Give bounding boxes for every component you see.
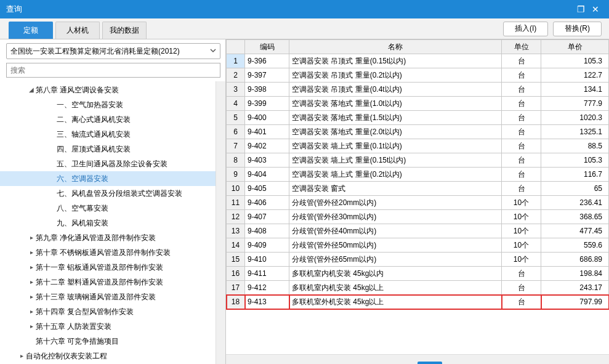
cell-unit[interactable]: 10个 bbox=[502, 196, 541, 210]
cell-price[interactable]: 105.3 bbox=[541, 54, 609, 68]
cell-price[interactable]: 243.17 bbox=[541, 281, 609, 295]
cell-code[interactable]: 9-405 bbox=[245, 182, 289, 196]
table-row[interactable]: 29-397空调器安装 吊顶式 重量(0.2t以内)台122.7 bbox=[227, 68, 609, 83]
cell-unit[interactable]: 台 bbox=[502, 281, 541, 295]
cell-unit[interactable]: 台 bbox=[502, 267, 541, 281]
row-header[interactable]: 4 bbox=[227, 97, 245, 111]
tree-collapsed-icon[interactable]: ▸ bbox=[17, 349, 26, 363]
cell-name[interactable]: 空调器安装 吊顶式 重量(0.15t以内) bbox=[289, 54, 502, 68]
table-row[interactable]: 59-400空调器安装 落地式 重量(1.5t以内)台1020.3 bbox=[227, 111, 609, 125]
cell-name[interactable]: 多联机室内机安装 45kg以上 bbox=[289, 281, 502, 295]
cell-name[interactable]: 多联机室内机安装 45kg以内 bbox=[289, 267, 502, 281]
table-row[interactable]: 159-410分歧管(管外径65mm以内)10个686.89 bbox=[227, 253, 609, 267]
cell-code[interactable]: 9-396 bbox=[245, 54, 289, 68]
cell-price[interactable]: 368.65 bbox=[541, 210, 609, 224]
cell-price[interactable]: 559.6 bbox=[541, 238, 609, 253]
tree-scrollbar[interactable] bbox=[216, 81, 225, 364]
splitter-handle[interactable] bbox=[417, 362, 442, 364]
tree-collapsed-icon[interactable]: ▸ bbox=[27, 319, 36, 334]
insert-button[interactable]: 插入(I) bbox=[503, 22, 548, 36]
row-header[interactable]: 2 bbox=[227, 68, 245, 83]
cell-unit[interactable]: 台 bbox=[502, 182, 541, 196]
cell-price[interactable]: 134.1 bbox=[541, 83, 609, 97]
table-row[interactable]: 69-401空调器安装 落地式 重量(2.0t以内)台1325.1 bbox=[227, 125, 609, 139]
tree-collapsed-icon[interactable]: ▸ bbox=[27, 260, 36, 275]
horizontal-scrollbar[interactable] bbox=[226, 354, 609, 364]
cell-name[interactable]: 多联机室外机安装 45kg以上 bbox=[289, 295, 502, 309]
row-header[interactable]: 16 bbox=[227, 267, 245, 281]
tree-node[interactable]: ▸自动化控制仪表安装工程 bbox=[0, 349, 225, 363]
table-row[interactable]: 19-396空调器安装 吊顶式 重量(0.15t以内)台105.3 bbox=[227, 54, 609, 68]
tab-2[interactable]: 我的数据 bbox=[102, 22, 147, 39]
tree-view[interactable]: ◢第八章 通风空调设备安装一、空气加热器安装二、离心式通风机安装三、轴流式通风机… bbox=[0, 81, 225, 364]
tree-node[interactable]: 五、卫生间通风器及除尘设备安装 bbox=[0, 156, 225, 171]
cell-unit[interactable]: 台 bbox=[502, 139, 541, 153]
col-unit[interactable]: 单位 bbox=[502, 40, 541, 54]
row-header[interactable]: 18 bbox=[227, 295, 245, 309]
table-row[interactable]: 149-409分歧管(管外径50mm以内)10个559.6 bbox=[227, 238, 609, 253]
cell-code[interactable]: 9-406 bbox=[245, 196, 289, 210]
cell-name[interactable]: 分歧管(管外径50mm以内) bbox=[289, 238, 502, 253]
cell-price[interactable]: 477.45 bbox=[541, 224, 609, 238]
table-row[interactable]: 119-406分歧管(管外径20mm以内)10个236.41 bbox=[227, 196, 609, 210]
quota-dropdown[interactable]: 全国统一安装工程预算定额河北省消耗量定额(2012) bbox=[6, 43, 220, 59]
cell-code[interactable]: 9-399 bbox=[245, 97, 289, 111]
table-row[interactable]: 49-399空调器安装 落地式 重量(1.0t以内)台777.9 bbox=[227, 97, 609, 111]
tree-node[interactable]: ▸第十四章 复合型风管制作安装 bbox=[0, 304, 225, 319]
maximize-button[interactable]: ❐ bbox=[573, 2, 588, 17]
cell-price[interactable]: 88.5 bbox=[541, 139, 609, 153]
tree-node[interactable]: ▸第九章 净化通风管道及部件制作安装 bbox=[0, 230, 225, 245]
col-code[interactable]: 编码 bbox=[245, 40, 289, 54]
cell-unit[interactable]: 台 bbox=[502, 168, 541, 182]
row-header[interactable]: 6 bbox=[227, 125, 245, 139]
tree-node[interactable]: 八、空气幕安装 bbox=[0, 201, 225, 216]
cell-name[interactable]: 空调器安装 墙上式 重量(0.15t以内) bbox=[289, 153, 502, 168]
tab-0[interactable]: 定额 bbox=[9, 22, 53, 39]
cell-unit[interactable]: 台 bbox=[502, 68, 541, 83]
row-header[interactable]: 11 bbox=[227, 196, 245, 210]
table-row[interactable]: 169-411多联机室内机安装 45kg以内台198.84 bbox=[227, 267, 609, 281]
tree-node[interactable]: ▸第十五章 人防装置安装 bbox=[0, 319, 225, 334]
row-header[interactable]: 1 bbox=[227, 54, 245, 68]
cell-price[interactable]: 686.89 bbox=[541, 253, 609, 267]
tree-collapsed-icon[interactable]: ▸ bbox=[27, 230, 36, 245]
cell-name[interactable]: 空调器安装 落地式 重量(2.0t以内) bbox=[289, 125, 502, 139]
cell-unit[interactable]: 台 bbox=[502, 111, 541, 125]
cell-code[interactable]: 9-410 bbox=[245, 253, 289, 267]
cell-name[interactable]: 空调器安装 落地式 重量(1.0t以内) bbox=[289, 97, 502, 111]
tree-collapsed-icon[interactable]: ▸ bbox=[27, 289, 36, 304]
cell-unit[interactable]: 台 bbox=[502, 125, 541, 139]
tree-node[interactable]: ▸第十二章 塑料通风管道及部件制作安装 bbox=[0, 275, 225, 289]
cell-price[interactable]: 1325.1 bbox=[541, 125, 609, 139]
table-row[interactable]: 139-408分歧管(管外径40mm以内)10个477.45 bbox=[227, 224, 609, 238]
cell-price[interactable]: 236.41 bbox=[541, 196, 609, 210]
close-button[interactable]: ✕ bbox=[588, 2, 603, 17]
cell-price[interactable]: 116.7 bbox=[541, 168, 609, 182]
tree-node[interactable]: 第十六章 可竞争措施项目 bbox=[0, 334, 225, 349]
row-header[interactable]: 7 bbox=[227, 139, 245, 153]
cell-code[interactable]: 9-411 bbox=[245, 267, 289, 281]
cell-name[interactable]: 分歧管(管外径40mm以内) bbox=[289, 224, 502, 238]
tree-node[interactable]: ▸第十一章 铝板通风管道及部件制作安装 bbox=[0, 260, 225, 275]
row-header[interactable]: 15 bbox=[227, 253, 245, 267]
cell-code[interactable]: 9-412 bbox=[245, 281, 289, 295]
tree-node[interactable]: ◢第八章 通风空调设备安装 bbox=[0, 83, 225, 97]
cell-price[interactable]: 797.99 bbox=[541, 295, 609, 309]
cell-unit[interactable]: 10个 bbox=[502, 253, 541, 267]
col-name[interactable]: 名称 bbox=[289, 40, 502, 54]
tree-node[interactable]: 七、风机盘管及分段组装式空调器安装 bbox=[0, 186, 225, 201]
cell-name[interactable]: 空调器安装 落地式 重量(1.5t以内) bbox=[289, 111, 502, 125]
cell-name[interactable]: 空调器安装 吊顶式 重量(0.2t以内) bbox=[289, 68, 502, 83]
cell-unit[interactable]: 台 bbox=[502, 97, 541, 111]
row-header[interactable]: 17 bbox=[227, 281, 245, 295]
table-row[interactable]: 189-413多联机室外机安装 45kg以上台797.99 bbox=[227, 295, 609, 309]
tree-node[interactable]: 一、空气加热器安装 bbox=[0, 97, 225, 112]
row-header[interactable]: 10 bbox=[227, 182, 245, 196]
row-header[interactable]: 14 bbox=[227, 238, 245, 253]
cell-code[interactable]: 9-408 bbox=[245, 224, 289, 238]
tree-node[interactable]: 九、风机箱安装 bbox=[0, 216, 225, 230]
row-header[interactable]: 8 bbox=[227, 153, 245, 168]
cell-unit[interactable]: 台 bbox=[502, 54, 541, 68]
tree-node[interactable]: ▸第十章 不锈钢板通风管道及部件制作安装 bbox=[0, 245, 225, 260]
tree-node[interactable]: 四、屋顶式通风机安装 bbox=[0, 142, 225, 156]
